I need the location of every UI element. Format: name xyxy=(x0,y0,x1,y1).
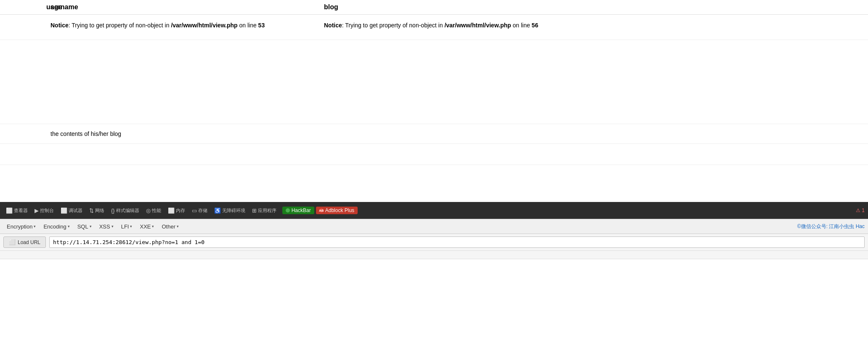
cell-blog-content: the contents of his/her blog xyxy=(50,130,121,137)
toolbar-icon-application[interactable]: ⊞ 应用程序 xyxy=(250,206,279,215)
hackbar-menu: Encryption ▾ Encoding ▾ SQL ▾ XSS ▾ LFI … xyxy=(0,219,868,234)
menu-item-xxe[interactable]: XXE ▾ xyxy=(136,222,157,231)
notification-badge: ⚠ 1 xyxy=(856,207,865,213)
load-url-button[interactable]: ⬜ Load URL xyxy=(3,236,46,248)
hackbar-badge[interactable]: HackBar xyxy=(282,207,314,214)
xxe-arrow: ▾ xyxy=(152,224,154,228)
encoding-label: Encoding xyxy=(43,223,66,230)
notice-blog-text: : Trying to get property of non-object i… xyxy=(342,22,445,29)
sql-arrow: ▾ xyxy=(90,224,92,228)
network-label: 网络 xyxy=(95,207,104,214)
other-label: Other xyxy=(162,223,175,230)
debugger-label: 调试器 xyxy=(69,207,82,214)
url-input[interactable] xyxy=(49,236,865,248)
storage-label: 存储 xyxy=(198,207,207,214)
spacer-row xyxy=(0,144,868,165)
watermark-text: ©微信公众号: 江南小虫虫 Hac xyxy=(797,223,865,230)
toolbar-icon-memory[interactable]: ⬜ 内存 xyxy=(165,206,188,215)
adblock-label: Adblock Plus xyxy=(325,207,354,213)
xss-arrow: ▾ xyxy=(111,224,114,228)
lfi-label: LFI xyxy=(121,223,129,230)
xss-label: XSS xyxy=(99,223,110,230)
menu-item-lfi[interactable]: LFI ▾ xyxy=(118,222,136,231)
table-row-notice: Notice: Trying to get property of non-ob… xyxy=(0,15,868,40)
lfi-arrow: ▾ xyxy=(130,224,132,228)
browser-toolbar: ⬜ 查看器 ▶ 控制台 ⬜ 调试器 ⇅ 网络 {} 样式编辑器 ◎ 性能 ⬜ 内… xyxy=(0,202,868,219)
menu-item-encryption[interactable]: Encryption ▾ xyxy=(3,222,39,231)
notice-blog-path: /var/www/html/view.php xyxy=(444,22,511,29)
cell-username-empty xyxy=(0,21,50,33)
empty-row xyxy=(0,40,868,124)
memory-icon: ⬜ xyxy=(168,207,175,214)
notice-age-prefix: Notice xyxy=(50,22,69,29)
inspector-icon: ⬜ xyxy=(6,207,13,214)
cell-blog-notice: Notice: Trying to get property of non-ob… xyxy=(324,21,538,33)
encoding-arrow: ▾ xyxy=(68,224,70,228)
main-content: username age blog Notice: Trying to get … xyxy=(0,0,868,202)
other-arrow: ▾ xyxy=(177,224,179,228)
accessibility-label: 无障碍环境 xyxy=(222,207,245,214)
col-header-username: username xyxy=(0,3,50,11)
notification-count: ⚠ 1 xyxy=(856,207,865,213)
col-header-blog: blog xyxy=(324,3,338,11)
application-icon: ⊞ xyxy=(252,207,257,214)
hackbar-url-row: ⬜ Load URL xyxy=(0,234,868,251)
console-label: 控制台 xyxy=(40,207,54,214)
adblock-icon: AB xyxy=(319,208,324,212)
toolbar-icon-accessibility[interactable]: ♿ 无障碍环境 xyxy=(212,206,248,215)
debugger-icon: ⬜ xyxy=(61,207,67,214)
menu-item-xss[interactable]: XSS ▾ xyxy=(96,222,117,231)
notice-age-path: /var/www/html/view.php xyxy=(171,22,237,29)
console-icon: ▶ xyxy=(35,207,39,214)
style-icon: {} xyxy=(111,207,115,214)
application-label: 应用程序 xyxy=(258,207,276,214)
toolbar-icon-storage[interactable]: ▭ 存储 xyxy=(189,206,210,215)
cell-age-notice: Notice: Trying to get property of non-ob… xyxy=(50,21,324,33)
memory-label: 内存 xyxy=(176,207,185,214)
sql-label: SQL xyxy=(77,223,88,230)
hackbar-dot-icon xyxy=(286,208,290,212)
notice-age-line: 53 xyxy=(258,22,265,29)
inspector-label: 查看器 xyxy=(14,207,28,214)
notice-age-middle: on line xyxy=(238,22,258,29)
toolbar-icon-performance[interactable]: ◎ 性能 xyxy=(143,206,164,215)
encryption-arrow: ▾ xyxy=(34,224,36,228)
accessibility-icon: ♿ xyxy=(214,207,221,214)
menu-item-other[interactable]: Other ▾ xyxy=(158,222,182,231)
hackbar-label: HackBar xyxy=(292,207,311,213)
performance-icon: ◎ xyxy=(146,207,151,214)
toolbar-icon-network[interactable]: ⇅ 网络 xyxy=(87,206,107,215)
table-row-blog: the contents of his/her blog xyxy=(0,124,868,144)
hackbar-extra-row xyxy=(0,251,868,259)
menu-item-sql[interactable]: SQL ▾ xyxy=(74,222,95,231)
toolbar-icon-style[interactable]: {} 样式编辑器 xyxy=(109,206,142,215)
notice-blog-middle: on line xyxy=(511,22,532,29)
load-url-icon: ⬜ xyxy=(9,239,16,245)
toolbar-icon-debugger[interactable]: ⬜ 调试器 xyxy=(58,206,85,215)
menu-item-encoding[interactable]: Encoding ▾ xyxy=(40,222,73,231)
table-header: username age blog xyxy=(0,0,868,15)
encryption-label: Encryption xyxy=(7,223,32,230)
style-label: 样式编辑器 xyxy=(116,207,139,214)
notice-blog-prefix: Notice xyxy=(324,22,342,29)
notice-blog-line: 56 xyxy=(532,22,539,29)
network-icon: ⇅ xyxy=(89,207,94,214)
performance-label: 性能 xyxy=(152,207,161,214)
xxe-label: XXE xyxy=(140,223,151,230)
col-header-age: age xyxy=(50,3,324,11)
storage-icon: ▭ xyxy=(192,207,197,214)
notice-age-text: : Trying to get property of non-object i… xyxy=(69,22,171,29)
adblock-badge[interactable]: AB Adblock Plus xyxy=(316,207,358,214)
toolbar-icon-inspector[interactable]: ⬜ 查看器 xyxy=(3,206,30,215)
cell-blog-username xyxy=(0,130,50,137)
toolbar-icon-console[interactable]: ▶ 控制台 xyxy=(32,206,56,215)
load-url-label: Load URL xyxy=(18,239,40,245)
